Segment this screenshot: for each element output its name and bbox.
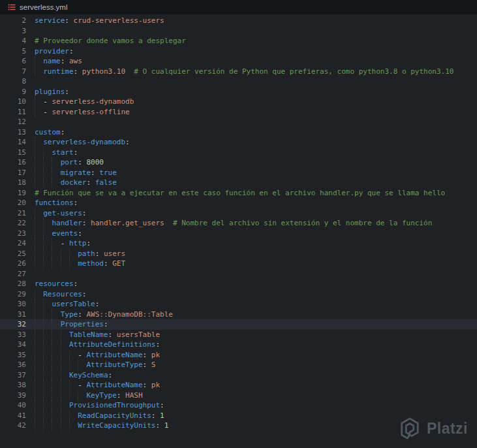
code-token: runtime: [43, 67, 73, 76]
line-content: custom:: [35, 127, 477, 138]
code-token: [35, 158, 61, 167]
platzi-logo-icon: [399, 417, 421, 440]
line-number: 16: [0, 157, 31, 168]
code-line[interactable]: 40 ProvisionedThroughput:: [0, 400, 477, 411]
indent-guide-line: [52, 340, 52, 350]
indent-guide-line: [35, 157, 35, 168]
line-content: ProvisionedThroughput:: [35, 400, 477, 411]
line-content: get-users:: [35, 208, 477, 219]
code-line[interactable]: 32 Properties:: [0, 319, 477, 330]
code-line[interactable]: 3: [0, 26, 477, 37]
line-content: Properties:: [35, 319, 477, 330]
code-token: :: [95, 300, 100, 308]
code-line[interactable]: 21 get-users:: [0, 208, 477, 219]
code-line[interactable]: 17 migrate: true: [0, 168, 477, 178]
code-token: custom: [35, 128, 61, 136]
code-token: :: [108, 371, 113, 379]
code-line[interactable]: 37 KeySchema:: [0, 370, 477, 381]
code-line[interactable]: 35 - AttributeName: pk: [0, 350, 477, 360]
code-line[interactable]: 33 TableName: usersTable: [0, 330, 477, 340]
code-token: serverless-offline: [52, 108, 130, 116]
code-line[interactable]: 16 port: 8000: [0, 157, 477, 168]
indent-guide-line: [35, 310, 35, 320]
indent-guide-line: [43, 340, 44, 350]
indent-guide-line: [43, 148, 44, 158]
indent-guide-line: [52, 168, 52, 178]
indent-guide-line: [61, 340, 61, 350]
line-number: 25: [0, 249, 31, 259]
code-line[interactable]: 7 runtime: python3.10 # O cualquier vers…: [0, 67, 477, 77]
indent-guide-line: [35, 67, 35, 77]
indent-guide-line: [43, 400, 44, 411]
code-token: events: [52, 229, 78, 238]
line-content: usersTable:: [35, 299, 477, 310]
code-line[interactable]: 14 serverless-dynamodb:: [0, 137, 477, 148]
code-token: # Nombre del archivo sin extensión y el …: [164, 219, 433, 227]
code-line[interactable]: 23 events:: [0, 229, 477, 239]
code-line[interactable]: 8: [0, 76, 477, 87]
code-line[interactable]: 6 name: aws: [0, 56, 477, 67]
code-line[interactable]: 31 Type: AWS::DynamoDB::Table: [0, 310, 477, 320]
indent-guide-line: [61, 370, 61, 381]
line-number: 36: [0, 360, 31, 370]
tab-serverless-yml[interactable]: serverless.yml: [0, 0, 75, 14]
code-line[interactable]: 15 start:: [0, 148, 477, 158]
line-number: 13: [0, 127, 31, 138]
line-number: 31: [0, 310, 31, 320]
code-token: :: [65, 88, 69, 96]
code-line[interactable]: 24 - http:: [0, 238, 477, 249]
code-token: :: [69, 47, 74, 56]
code-token: [35, 178, 61, 187]
code-token: true: [95, 168, 117, 177]
code-line[interactable]: 38 - AttributeName: pk: [0, 380, 477, 391]
indent-guide-line: [35, 340, 35, 350]
line-number: 41: [0, 411, 31, 421]
code-token: plugins: [35, 88, 65, 96]
code-line[interactable]: 4# Proveedor donde vamos a desplegar: [0, 36, 477, 46]
code-line[interactable]: 25 path: users: [0, 249, 477, 259]
code-line[interactable]: 39 KeyType: HASH: [0, 391, 477, 401]
code-token: [35, 320, 61, 328]
line-content: resources:: [35, 279, 477, 289]
line-number: 24: [0, 238, 31, 249]
yaml-file-icon: [8, 3, 16, 11]
code-line[interactable]: 18 docker: false: [0, 178, 477, 188]
code-token: -: [43, 108, 52, 116]
line-content: AttributeType: S: [35, 360, 477, 370]
code-line[interactable]: 28resources:: [0, 279, 477, 289]
code-token: resources: [35, 280, 74, 288]
code-line[interactable]: 5provider:: [0, 46, 477, 57]
indent-guide-line: [43, 350, 44, 360]
line-number: 9: [0, 87, 31, 97]
indent-guide-line: [43, 319, 44, 330]
code-line[interactable]: 27: [0, 269, 477, 280]
code-line[interactable]: 12: [0, 117, 477, 127]
indent-guide-line: [35, 400, 35, 411]
indent-guide-line: [43, 229, 44, 239]
code-line[interactable]: 11 - serverless-offline: [0, 107, 477, 118]
code-line[interactable]: 34 AttributeDefinitions:: [0, 340, 477, 350]
code-token: :: [65, 16, 69, 25]
code-lines: 2service: crud-serverless-users34# Prove…: [0, 16, 477, 431]
code-line[interactable]: 26 method: GET: [0, 259, 477, 269]
indent-guide-line: [35, 249, 35, 259]
code-line[interactable]: 10 - serverless-dynamodb: [0, 97, 477, 107]
code-line[interactable]: 29 Resources:: [0, 289, 477, 300]
code-line[interactable]: 20functions:: [0, 198, 477, 208]
code-token: ReadCapacityUnits: [78, 411, 151, 420]
line-content: # Función que se va a ejecutar en este c…: [35, 188, 477, 199]
code-line[interactable]: 22 handler: handler.get_users # Nombre d…: [0, 218, 477, 229]
code-editor: 2service: crud-serverless-users34# Prove…: [0, 14, 477, 431]
line-content: migrate: true: [35, 168, 477, 178]
code-line[interactable]: 30 usersTable:: [0, 299, 477, 310]
code-token: [35, 351, 78, 359]
code-token: false: [91, 178, 117, 187]
code-line[interactable]: 13custom:: [0, 127, 477, 138]
code-line[interactable]: 9plugins:: [0, 87, 477, 97]
code-line[interactable]: 36 AttributeType: S: [0, 360, 477, 370]
line-number: 27: [0, 269, 31, 280]
indent-guide-line: [35, 421, 35, 431]
indent-guide-line: [52, 411, 52, 421]
code-line[interactable]: 2service: crud-serverless-users: [0, 16, 477, 26]
code-line[interactable]: 19# Función que se va a ejecutar en este…: [0, 188, 477, 199]
